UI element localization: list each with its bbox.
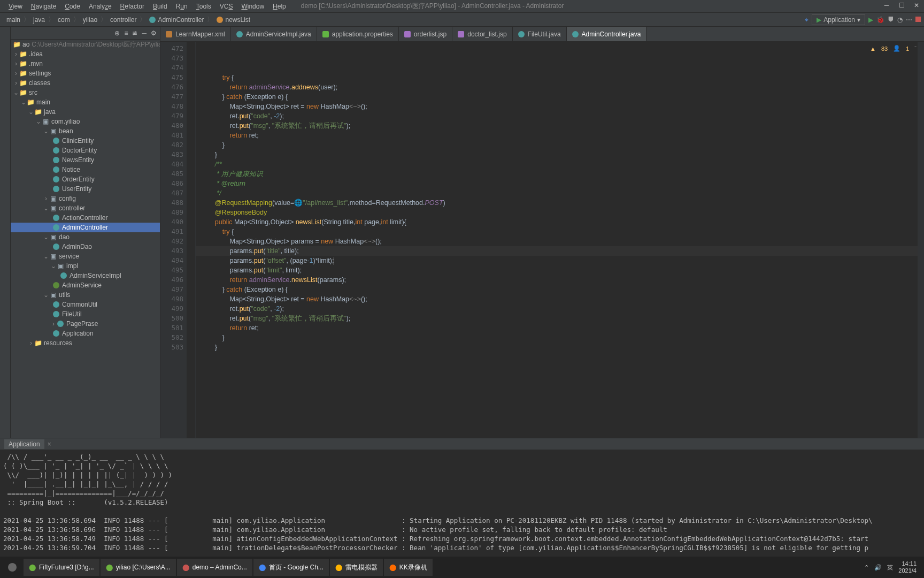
menu-help[interactable]: Help — [268, 2, 290, 11]
crumb-method[interactable]: newsList — [213, 16, 253, 24]
target-icon[interactable]: ⊕ — [114, 29, 120, 37]
menu-view[interactable]: View — [4, 2, 27, 11]
menu-run[interactable]: Run — [172, 2, 192, 11]
editor-area: LearnMapper.xml AdminServiceImpl.java ap… — [160, 27, 924, 438]
menu-code[interactable]: Code — [60, 2, 84, 11]
user-icon: 👤 — [893, 45, 900, 52]
line-gutter[interactable]: 472 473 474 475 476 477 478 479 480 481 … — [160, 42, 187, 438]
tab-admincontroller[interactable]: AdminController.java — [567, 27, 647, 41]
toolwindow-tabs: Application × — [0, 438, 924, 450]
close-button[interactable]: ✕ — [912, 1, 921, 10]
tree-admincontroller: AdminController — [11, 223, 160, 232]
run-config-dropdown[interactable]: ▶ Application ▾ — [812, 14, 865, 25]
code-editor[interactable]: try { return adminService.addnews(user);… — [196, 42, 918, 438]
menu-tools[interactable]: Tools — [192, 2, 215, 11]
tray-icon[interactable]: 🔊 — [874, 564, 882, 571]
start-button[interactable] — [2, 559, 22, 576]
gear-icon[interactable]: ⚙ — [151, 29, 157, 37]
project-tree-panel: ⊕ ≡ ≢ ─ ⚙ 📁aoC:\Users\Administrator\Desk… — [11, 27, 160, 438]
coverage-button[interactable]: ⛊ — [888, 16, 894, 24]
nav-compass-icon[interactable]: ⌖ — [805, 16, 808, 24]
run-config-label: Application — [823, 16, 855, 24]
tray-icon[interactable]: 英 — [887, 564, 893, 572]
tab-close-icon[interactable]: × — [48, 440, 51, 448]
crumb-com[interactable]: com — [55, 16, 73, 24]
run-console[interactable]: /\\ / ___'_ __ _ _(_)_ __ __ _ \ \ \ \ (… — [0, 450, 924, 566]
navigation-bar: main〉 java〉 com〉 yiliao〉 controller〉 Adm… — [0, 13, 924, 27]
collapse-icon[interactable]: ≢ — [132, 29, 137, 37]
chevron-icon: ˇ — [914, 45, 917, 52]
run-button[interactable]: ▶ — [868, 16, 873, 24]
maximize-button[interactable]: ☐ — [897, 1, 906, 10]
taskbar-item[interactable]: ⬤demo – AdminCo... — [177, 559, 252, 576]
warning-icon: ▲ — [870, 45, 876, 52]
minimize-button[interactable]: ─ — [882, 1, 891, 10]
hide-icon[interactable]: ─ — [142, 29, 147, 37]
menu-build[interactable]: Build — [149, 2, 172, 11]
menu-vcs[interactable]: VCS — [215, 2, 237, 11]
stop-button[interactable] — [915, 16, 921, 24]
menu-bar: View Navigate Code Analyze Refactor Buil… — [0, 0, 924, 13]
fold-strip[interactable] — [187, 42, 196, 438]
tab-doctorlist[interactable]: doctor_list.jsp — [452, 27, 512, 41]
editor-tabs: LearnMapper.xml AdminServiceImpl.java ap… — [160, 27, 924, 42]
windows-taskbar: ⬤FiftyFuture3 [D:\g... ⬤yiliao [C:\Users… — [0, 557, 924, 578]
tab-orderlist[interactable]: orderlist.jsp — [399, 27, 452, 41]
run-config-icon: ▶ — [817, 16, 821, 24]
attach-button[interactable]: ⋯ — [906, 16, 912, 24]
tab-application[interactable]: Application — [4, 439, 44, 449]
crumb-main[interactable]: main — [3, 16, 24, 24]
menu-refactor[interactable]: Refactor — [116, 2, 149, 11]
taskbar-item[interactable]: ⬤首页 - Google Ch... — [253, 559, 329, 576]
tray-icon[interactable]: ⌃ — [864, 564, 869, 571]
window-title: demo [C:\Users\Administrator\Desktop\医疗A… — [301, 2, 564, 11]
taskbar-item[interactable]: ⬤FiftyFuture3 [D:\g... — [24, 559, 99, 576]
project-tool-strip[interactable] — [0, 27, 11, 438]
expand-icon[interactable]: ≡ — [124, 29, 128, 37]
taskbar-item[interactable]: ⬤yiliao [C:\Users\A... — [101, 559, 176, 576]
system-tray[interactable]: ⌃ 🔊 英 14:11 2021/4 — [864, 560, 922, 574]
scrollbar-marks[interactable] — [918, 42, 924, 438]
crumb-class[interactable]: AdminController — [146, 16, 207, 24]
crumb-java[interactable]: java — [30, 16, 48, 24]
tab-adminserviceimpl[interactable]: AdminServiceImpl.java — [231, 27, 317, 41]
debug-button[interactable]: 🐞 — [876, 16, 884, 24]
crumb-controller[interactable]: controller — [107, 16, 140, 24]
menu-navigate[interactable]: Navigate — [27, 2, 60, 11]
profile-button[interactable]: ◔ — [897, 16, 903, 24]
inspection-indicator[interactable]: ▲83 👤1 ˇ — [870, 45, 917, 52]
tab-learnmapper[interactable]: LearnMapper.xml — [160, 27, 231, 41]
svg-point-0 — [8, 563, 17, 572]
project-tree[interactable]: 📁aoC:\Users\Administrator\Desktop\医疗APP\… — [11, 40, 160, 438]
taskbar-item[interactable]: ⬤KK录像机 — [384, 559, 433, 576]
crumb-yiliao[interactable]: yiliao — [80, 16, 101, 24]
menu-analyze[interactable]: Analyze — [84, 2, 116, 11]
taskbar-item[interactable]: ⬤雷电模拟器 — [330, 559, 383, 576]
chevron-down-icon: ▾ — [857, 16, 860, 24]
tab-appprops[interactable]: application.properties — [317, 27, 399, 41]
tab-fileutil[interactable]: FileUtil.java — [513, 27, 567, 41]
menu-window[interactable]: Window — [237, 2, 268, 11]
taskbar-clock[interactable]: 14:11 2021/4 — [898, 560, 917, 574]
